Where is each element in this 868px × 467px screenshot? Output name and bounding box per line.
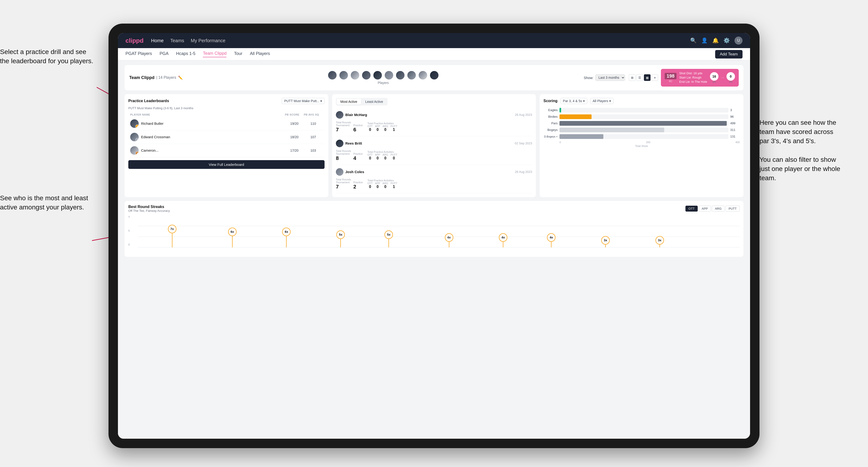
team-header-card: Team Clippd | 14 Players ✏️	[125, 65, 743, 90]
subnav-pga[interactable]: PGA	[159, 51, 168, 57]
chart-footer: Total Shots	[544, 145, 740, 148]
bell-icon[interactable]: 🔔	[712, 37, 719, 44]
arg-col-3: ARG 0	[382, 182, 388, 189]
scoring-filter-players[interactable]: All Players ▾	[590, 98, 614, 104]
lb-header-row: PLAYER NAME PB SCORE PB AVG SQ	[128, 112, 324, 117]
activity-name-1: Blair McHarg	[345, 113, 367, 117]
subnav-hcaps[interactable]: Hcaps 1-5	[176, 51, 195, 57]
app-col-1: APP 0	[375, 125, 380, 132]
rounds-group-3: Total Rounds Tournament 7 Practice 2	[336, 178, 363, 190]
streak-dot-7: 4x	[499, 233, 507, 247]
subnav-pgat[interactable]: PGAT Players	[125, 51, 152, 57]
practice-sub-3: Practice 2	[353, 181, 363, 190]
arg-col-2: ARG 0	[382, 153, 388, 160]
tournament-sub-3: Tournament 7	[336, 181, 349, 190]
player-avatar	[339, 70, 348, 80]
app-btn[interactable]: APP	[699, 206, 711, 212]
card-view-btn[interactable]: ▦	[644, 74, 651, 81]
streaks-title-group: Best Round Streaks Off The Tee, Fairway …	[128, 205, 170, 213]
player-avatars	[187, 70, 580, 80]
subnav-team-clippd[interactable]: Team Clippd	[203, 51, 226, 57]
scoring-filter-par[interactable]: Par 3, 4 & 5s ▾	[560, 98, 587, 104]
lb-subtitle: PUTT Must Make Putting (3-6 ft), Last 3 …	[128, 106, 324, 110]
tournament-sub: Tournament 7	[336, 124, 349, 133]
rounds-group-2: Total Rounds Tournament 8 Practice 4	[336, 150, 363, 161]
activity-avatar-3	[336, 168, 343, 176]
nav-home[interactable]: Home	[151, 38, 164, 43]
bar-value-eagles: 3	[730, 108, 740, 112]
edit-icon[interactable]: ✏️	[178, 75, 183, 80]
bar-track-dbogeys	[559, 134, 728, 139]
view-leaderboard-button[interactable]: View Full Leaderboard	[128, 160, 324, 169]
show-filter: Show: Last 3 months ⊞ ☰ ▦ ≡	[584, 74, 658, 81]
activity-date-2: 02 Sep 2023	[515, 142, 532, 145]
lb-avg-1: 110	[304, 122, 323, 125]
activity-player-1: Blair McHarg 26 Aug 2023 Total Rounds To…	[336, 108, 532, 136]
shot-number: 198	[665, 73, 676, 79]
nav-my-performance[interactable]: My Performance	[191, 38, 225, 43]
player-avatar	[328, 70, 337, 80]
period-select[interactable]: Last 3 months	[595, 74, 625, 81]
activity-player-3-info: Josh Coles	[336, 168, 364, 176]
bar-track-bogeys	[559, 128, 728, 132]
lb-avatar-1: 1	[130, 119, 139, 128]
bar-value-pars: 499	[730, 121, 740, 125]
ott-col-1: OTT 0	[368, 125, 373, 132]
activity-detail-3: Total Rounds Tournament 7 Practice 2	[336, 178, 532, 190]
practice-activities-2: Total Practice Activities OTT 0 APP 0	[368, 151, 398, 160]
nav-teams[interactable]: Teams	[170, 38, 184, 43]
lb-name-2: Edward Crossman	[141, 135, 170, 139]
table-view-btn[interactable]: ≡	[651, 74, 658, 81]
annotation-bottom-left: See who is the most and least active amo…	[0, 193, 90, 212]
bar-value-birdies: 96	[730, 115, 740, 118]
bar-value-bogeys: 311	[730, 128, 740, 132]
search-icon[interactable]: 🔍	[690, 37, 696, 44]
least-active-btn[interactable]: Least Active	[362, 99, 387, 105]
streak-dot-5: 5x	[384, 230, 393, 247]
activity-player-1-info: Blair McHarg	[336, 111, 367, 119]
bar-label-birdies: Birdies	[544, 115, 558, 118]
person-icon[interactable]: 👤	[701, 37, 708, 44]
show-label: Show:	[584, 76, 594, 80]
putt-btn[interactable]: PUTT	[725, 206, 740, 212]
player-avatar	[384, 70, 394, 80]
activity-player-2-header: Rees Britt 02 Sep 2023	[336, 139, 532, 147]
rounds-sub-row-3: Tournament 7 Practice 2	[336, 181, 363, 190]
streaks-card: Best Round Streaks Off The Tee, Fairway …	[125, 201, 743, 257]
logo: clippd	[125, 37, 144, 44]
arg-btn[interactable]: ARG	[712, 206, 724, 212]
streak-dot-1: 7x	[168, 225, 177, 247]
lb-score-3: 17/20	[285, 149, 304, 152]
nav-icons: 🔍 👤 🔔 ⚙️ U	[690, 36, 743, 44]
grid-view-btn[interactable]: ⊞	[629, 74, 636, 81]
lb-row-2: 2 Edward Crossman 18/20 107	[128, 130, 324, 144]
leaderboard-header: Practice Leaderboards PUTT Must Make Put…	[128, 98, 324, 104]
most-active-btn[interactable]: Most Active	[337, 99, 361, 105]
ott-btn[interactable]: OTT	[685, 206, 698, 212]
activity-name-2: Rees Britt	[345, 141, 362, 145]
drill-selector[interactable]: PUTT Must Make Putt... ▾	[282, 98, 324, 104]
view-icons: ⊞ ☰ ▦ ≡	[629, 74, 658, 81]
list-view-btn[interactable]: ☰	[637, 74, 643, 81]
bar-row-pars: Pars 499	[544, 121, 740, 126]
streak-dot-3: 6x	[282, 228, 290, 247]
player-avatar	[407, 70, 416, 80]
nav-links: Home Teams My Performance	[151, 38, 683, 43]
practice-leaderboard-card: Practice Leaderboards PUTT Must Make Put…	[125, 94, 328, 197]
tablet-screen: clippd Home Teams My Performance 🔍 👤 🔔 ⚙…	[118, 33, 750, 439]
activity-card: Most Active Least Active Blair McHarg 26…	[332, 94, 536, 197]
activity-toggle: Most Active Least Active	[336, 98, 388, 105]
settings-icon[interactable]: ⚙️	[723, 37, 730, 44]
bar-track-eagles	[559, 108, 728, 113]
annotation-top-left: Select a practice drill and see the lead…	[0, 47, 99, 66]
lb-badge-gold: 1	[135, 125, 139, 128]
subnav-all-players[interactable]: All Players	[250, 51, 270, 57]
shot-info: Shot Dist: 16 yds Start Lie: Rough End L…	[679, 71, 707, 84]
player-avatar	[430, 70, 439, 80]
subnav-tour[interactable]: Tour	[234, 51, 242, 57]
user-avatar[interactable]: U	[735, 36, 743, 44]
streaks-header: Best Round Streaks Off The Tee, Fairway …	[128, 205, 740, 213]
x-axis: 0 200 400	[544, 141, 740, 144]
putt-col-3: PUTT 1	[391, 182, 398, 189]
add-team-button[interactable]: Add Team	[715, 50, 743, 59]
